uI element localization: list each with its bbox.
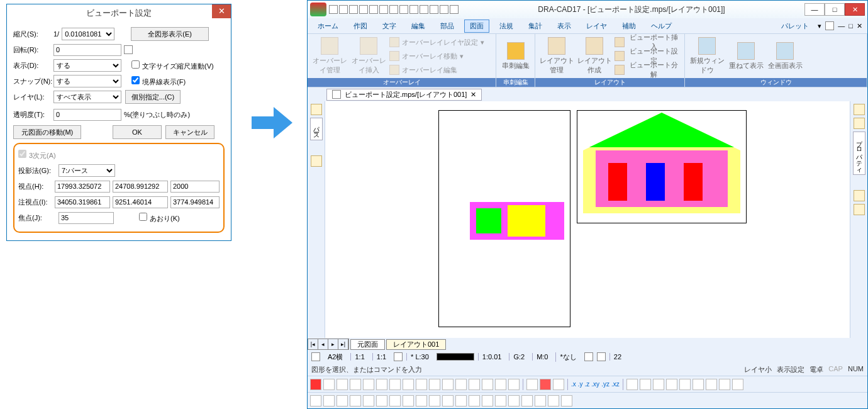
menu-hyouji[interactable]: 表示 xyxy=(552,20,576,32)
menu-palette[interactable]: パレット xyxy=(776,20,814,32)
tool-icon[interactable] xyxy=(653,379,664,390)
aori-check-label[interactable]: あおり(K) xyxy=(139,213,180,223)
tool-icon[interactable] xyxy=(376,379,387,390)
calculator-label[interactable]: 電卓 xyxy=(810,365,823,374)
tile-button[interactable]: 重ねて表示 xyxy=(728,36,764,76)
tool-icon[interactable] xyxy=(442,395,453,406)
status-layer[interactable]: * L:30 xyxy=(406,353,433,361)
tool-icon[interactable] xyxy=(416,379,427,390)
fullscreen-button[interactable]: 全画面表示 xyxy=(767,36,803,76)
cancel-button[interactable]: キャンセル xyxy=(165,125,214,139)
tool-icon[interactable] xyxy=(403,395,414,406)
viewpoint-x-input[interactable] xyxy=(55,181,110,193)
kushi-button[interactable]: 串刺編集 xyxy=(500,36,531,76)
menu-shukei[interactable]: 集計 xyxy=(523,20,547,32)
display-select[interactable]: する xyxy=(53,59,121,72)
tool-icon[interactable] xyxy=(535,395,546,406)
layout-create-button[interactable]: レイアウト作成 xyxy=(577,36,612,76)
tool-icon[interactable] xyxy=(469,395,480,406)
target-x-input[interactable] xyxy=(55,196,110,208)
qat-icon[interactable] xyxy=(349,5,358,14)
close-button[interactable]: ✕ xyxy=(845,3,865,16)
qat-icon[interactable] xyxy=(389,5,398,14)
tool-icon[interactable] xyxy=(482,395,493,406)
mdi-minimize-icon[interactable]: — xyxy=(838,22,845,30)
status-icon[interactable] xyxy=(311,352,320,361)
tool-icon[interactable] xyxy=(732,379,743,390)
tool-icon[interactable] xyxy=(455,395,467,406)
tool-icon[interactable] xyxy=(350,395,361,406)
status-m[interactable]: M:0 xyxy=(532,353,552,361)
tool-icon[interactable] xyxy=(310,395,321,406)
qat-icon[interactable] xyxy=(399,5,408,14)
tool-icon[interactable] xyxy=(363,379,374,390)
chevron-down-icon[interactable]: ▾ xyxy=(818,22,821,30)
viewpoint-z-input[interactable] xyxy=(170,181,220,193)
overlay-edit-button[interactable]: オーバーレイ編集 xyxy=(389,64,484,76)
close-icon[interactable]: ✕ xyxy=(470,91,476,99)
viewpoint-y-input[interactable] xyxy=(113,181,168,193)
overlay-move-button[interactable]: オーバーレイ移動▾ xyxy=(389,50,484,62)
mdi-restore-icon[interactable]: □ xyxy=(849,22,853,30)
individual-button[interactable]: 個別指定...(C) xyxy=(125,90,181,104)
dialog-titlebar[interactable]: ビューポート設定 ✕ xyxy=(7,4,231,22)
tool-icon[interactable] xyxy=(719,379,730,390)
viewport-split-button[interactable]: ビューポート分解 xyxy=(615,64,681,76)
tool-icon[interactable] xyxy=(526,379,538,390)
drawing-canvas[interactable] xyxy=(325,101,850,338)
document-tab[interactable]: ビューポート設定.mps/[レイアウト001] ✕ xyxy=(326,89,482,101)
layout-tab-001[interactable]: レイアウト001 xyxy=(386,339,446,350)
sidebar-icon[interactable] xyxy=(854,118,865,129)
menu-edit[interactable]: 編集 xyxy=(406,20,430,32)
mdi-close-icon[interactable]: ✕ xyxy=(857,22,862,30)
overlay-layer-button[interactable]: オーバーレイレイヤ設定▾ xyxy=(389,36,484,48)
nav-first-icon[interactable]: |◂ xyxy=(308,339,318,349)
qat-icon[interactable] xyxy=(409,5,418,14)
coord-label[interactable]: .yz xyxy=(601,381,609,388)
menu-hojo[interactable]: 補助 xyxy=(617,20,641,32)
coord-label[interactable]: .y xyxy=(578,381,583,388)
sidebar-icon[interactable] xyxy=(854,104,865,115)
status-icon[interactable] xyxy=(597,352,606,361)
tool-icon[interactable] xyxy=(376,395,387,406)
tool-icon[interactable] xyxy=(403,379,414,390)
tool-icon[interactable] xyxy=(310,379,321,390)
sidebar-icon[interactable] xyxy=(854,204,865,215)
threed-check-label[interactable]: 3次元(A) xyxy=(18,150,56,160)
sidebar-tab-property[interactable]: プロパティ xyxy=(853,132,865,175)
tool-icon[interactable] xyxy=(508,395,520,406)
target-z-input[interactable] xyxy=(170,196,220,208)
ok-button[interactable]: OK xyxy=(113,125,162,139)
boundary-check-label[interactable]: 境界線表示(F) xyxy=(131,76,186,87)
sidebar-icon[interactable] xyxy=(854,190,865,201)
layout-tab-original[interactable]: 元図面 xyxy=(350,339,385,350)
tool-icon[interactable] xyxy=(389,395,401,406)
status-n[interactable]: 22 xyxy=(609,353,625,361)
opacity-input[interactable] xyxy=(53,109,121,121)
all-shapes-button[interactable]: 全図形表示(E) xyxy=(131,27,209,41)
display-settings-label[interactable]: 表示設定 xyxy=(777,365,804,374)
status-icon[interactable] xyxy=(394,352,403,361)
tool-icon[interactable] xyxy=(389,379,401,390)
maximize-button[interactable]: □ xyxy=(825,3,845,16)
layout-manage-button[interactable]: レイアウト管理 xyxy=(539,36,574,76)
overlay-manage-button[interactable]: オーバーレイ管理 xyxy=(311,36,348,76)
coord-label[interactable]: .xz xyxy=(611,381,620,388)
angle-picker-icon[interactable] xyxy=(124,45,133,54)
nav-next-icon[interactable]: ▸ xyxy=(328,339,338,349)
menu-text[interactable]: 文字 xyxy=(377,20,401,32)
tool-icon[interactable] xyxy=(350,379,361,390)
coord-label[interactable]: .x xyxy=(571,381,576,388)
tool-icon[interactable] xyxy=(693,379,704,390)
menu-houki[interactable]: 法規 xyxy=(494,20,518,32)
status-nashi[interactable]: *なし xyxy=(555,352,580,362)
new-window-button[interactable]: 新規ウィンドウ xyxy=(689,36,725,76)
qat-icon[interactable] xyxy=(379,5,388,14)
tool-icon[interactable] xyxy=(442,379,453,390)
overlay-insert-button[interactable]: オーバーレイ挿入 xyxy=(350,36,387,76)
tool-icon[interactable] xyxy=(323,379,335,390)
layer-select[interactable]: すべて表示 xyxy=(53,91,121,103)
tool-icon[interactable] xyxy=(416,395,427,406)
tool-icon[interactable] xyxy=(337,395,348,406)
status-color-swatch[interactable] xyxy=(437,353,474,361)
